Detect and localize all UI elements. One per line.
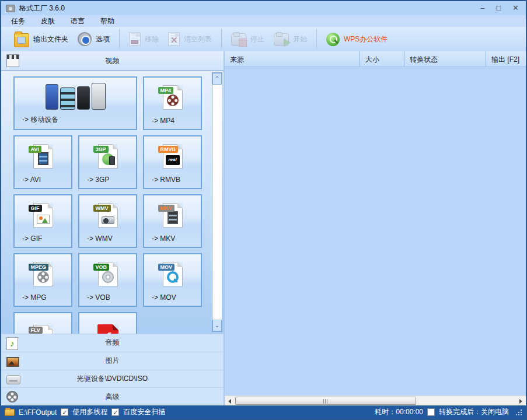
column-header-3[interactable]: 输出 [F2] <box>486 51 526 66</box>
format-card-avi[interactable]: AVI-> AVI <box>13 135 72 189</box>
format-card-mobile-devices[interactable]: -> 移动设备 <box>13 76 137 130</box>
output-folder-button[interactable]: 输出文件夹 <box>9 28 73 50</box>
menu-item-任务[interactable]: 任务 <box>11 16 25 26</box>
task-panel: 来源大小转换状态输出 [F2] <box>225 51 526 405</box>
format-card-icon: MOV <box>144 254 201 293</box>
close-button[interactable]: ✕ <box>512 1 519 15</box>
start-button: 开始 <box>269 28 312 50</box>
wps-label: WPS办公软件 <box>344 34 388 44</box>
format-card-mov[interactable]: MOV-> MOV <box>143 253 202 307</box>
format-card-flv[interactable]: FLV <box>13 312 72 334</box>
toolbar-separator <box>119 29 120 49</box>
phone-icon <box>46 84 58 110</box>
scrollbar-thumb[interactable] <box>235 397 416 405</box>
format-card-label: -> AVI <box>15 176 71 188</box>
phone-icon <box>102 153 114 165</box>
shutdown-after-checkbox[interactable] <box>427 408 435 416</box>
menu-item-语言[interactable]: 语言 <box>71 16 85 26</box>
scroll-up-icon[interactable]: ⌃ <box>212 73 222 85</box>
multithread-checkbox[interactable]: ✓ <box>61 408 68 416</box>
format-card-icon: MKV <box>144 195 201 235</box>
category-audio[interactable]: 音频 <box>1 334 224 352</box>
options-button[interactable]: 选项 <box>73 28 114 50</box>
horizontal-scrollbar[interactable] <box>225 396 526 405</box>
wps-button[interactable]: WPS办公软件 <box>322 28 392 50</box>
file-page-icon: RMVBreal <box>163 144 183 169</box>
format-badge: GIF <box>29 205 42 212</box>
phone-icon <box>60 88 75 110</box>
start-label: 开始 <box>293 34 307 44</box>
column-header-1[interactable]: 大小 <box>360 51 404 66</box>
category-video-label: 视频 <box>1 56 224 66</box>
file-page-icon: WMV <box>98 203 118 228</box>
gear-icon <box>78 32 92 46</box>
format-card-mp4[interactable]: MP4-> MP4 <box>143 76 202 130</box>
music-note-icon <box>6 337 18 350</box>
category-rom[interactable]: 光驱设备\DVD\CD\ISO <box>1 370 224 388</box>
stop-button: 停止 <box>226 28 269 50</box>
format-badge: 3GP <box>93 146 109 153</box>
stop-icon <box>231 33 246 46</box>
file-page-icon: FLV <box>33 325 53 334</box>
phone-icon <box>77 86 90 110</box>
format-card-wmv[interactable]: WMV-> WMV <box>78 194 137 248</box>
format-card-icon: VOB <box>79 254 136 293</box>
main-area: 视频 -> 移动设备MP4-> MP4AVI-> AVI3GP-> 3GPRMV… <box>1 51 526 405</box>
format-badge: MP4 <box>158 87 174 94</box>
format-badge: MOV <box>158 264 175 271</box>
category-video[interactable]: 视频 <box>1 51 224 70</box>
output-path[interactable]: E:\FFOutput <box>19 408 57 416</box>
column-header-2[interactable]: 转换状态 <box>404 51 486 66</box>
resize-grip-icon[interactable] <box>515 409 522 416</box>
format-badge: MPEG <box>29 264 49 271</box>
scroll-right-icon[interactable] <box>516 396 526 405</box>
clear-list-icon <box>168 32 180 46</box>
format-card-label: -> 移动设备 <box>15 115 136 129</box>
format-badge: AVI <box>29 146 41 153</box>
options-label: 选项 <box>96 34 110 44</box>
format-card-icon <box>15 78 136 115</box>
flash-file-icon: f <box>97 324 118 334</box>
multithread-label: 使用多线程 <box>72 407 107 417</box>
menu-item-帮助[interactable]: 帮助 <box>100 16 114 26</box>
vertical-scrollbar[interactable]: ⌃ ⌄ <box>212 72 222 332</box>
baidu-scan-checkbox[interactable]: ✓ <box>111 408 119 416</box>
file-page-icon: MPEG <box>33 262 53 286</box>
format-card-rmvb[interactable]: RMVBreal-> RMVB <box>143 135 202 189</box>
format-card-icon: AVI <box>15 136 71 176</box>
maximize-button[interactable]: □ <box>496 1 501 15</box>
output-folder-icon <box>5 409 15 416</box>
format-badge: RMVB <box>158 146 179 153</box>
scroll-left-icon[interactable] <box>225 396 235 405</box>
column-header-0[interactable]: 来源 <box>225 51 360 66</box>
format-card-vob[interactable]: VOB-> VOB <box>78 253 137 307</box>
baidu-scan-label: 百度安全扫描 <box>123 407 165 417</box>
remove-label: 移除 <box>145 34 159 44</box>
format-card-gif[interactable]: GIF-> GIF <box>13 194 72 248</box>
format-card-mpg[interactable]: MPEG-> MPG <box>13 253 72 307</box>
scroll-down-icon[interactable]: ⌄ <box>212 320 222 331</box>
remove-document-icon <box>129 32 141 46</box>
format-card-icon: RMVBreal <box>144 136 201 176</box>
format-card-3gp[interactable]: 3GP-> 3GP <box>78 135 137 189</box>
format-badge: VOB <box>93 264 110 271</box>
app-logo-icon <box>6 5 15 12</box>
format-card-mkv[interactable]: MKV-> MKV <box>143 194 202 248</box>
format-card-label: -> MPG <box>15 293 71 306</box>
category-picture[interactable]: 图片 <box>1 352 224 370</box>
category-rom-label: 光驱设备\DVD\CD\ISO <box>1 374 224 384</box>
format-card-swf[interactable]: f <box>78 312 137 334</box>
minimize-button[interactable]: – <box>480 1 484 15</box>
disc-drive-icon <box>6 375 20 384</box>
picture-icon <box>37 215 50 224</box>
category-advanced[interactable]: 高级 <box>1 387 224 405</box>
category-audio-label: 音频 <box>1 338 224 348</box>
start-icon <box>274 33 289 46</box>
format-card-label: -> VOB <box>79 293 136 306</box>
format-card-icon: WMV <box>79 195 136 235</box>
menu-item-皮肤[interactable]: 皮肤 <box>41 16 55 26</box>
toolbar-separator <box>316 29 317 49</box>
qt-icon <box>167 271 179 283</box>
file-page-icon: MP4 <box>163 85 183 110</box>
format-badge: WMV <box>93 205 111 212</box>
